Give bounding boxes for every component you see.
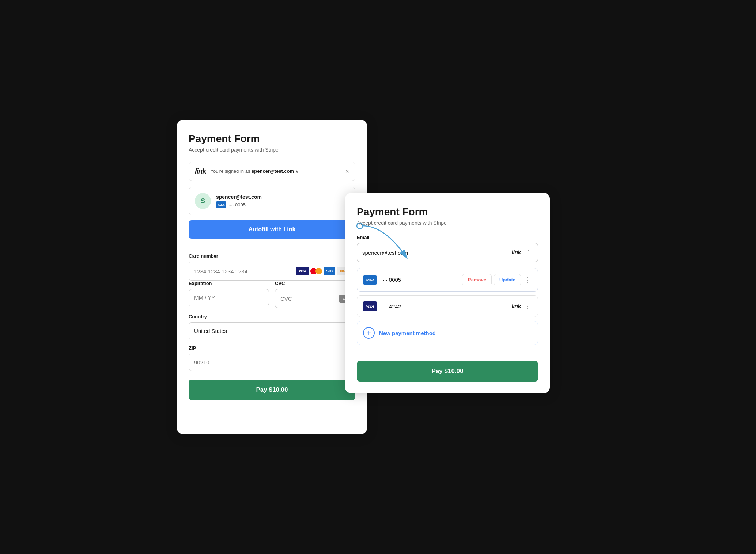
exp-cvc-row: Expiration CVC 135 — [189, 281, 355, 308]
account-row: S spencer@test.com AMEX ···· 0005 — [189, 187, 355, 215]
visa-link-logo: link — [511, 303, 521, 310]
amex-more-button[interactable]: ⋮ — [523, 276, 532, 284]
payment-method-amex: AMEX ···· 0005 Remove Update ⋮ — [357, 268, 538, 292]
right-card-subtitle: Accept credit card payments with Stripe — [357, 220, 538, 226]
pay-button-right[interactable]: Pay $10.00 — [357, 361, 538, 382]
cvc-input-wrap: 135 — [275, 289, 355, 308]
amex-pm-icon: AMEX — [363, 275, 377, 285]
amex-card-icon: AMEX — [324, 267, 335, 275]
right-card-title: Payment Form — [357, 206, 538, 218]
expiration-input-wrap — [189, 289, 269, 306]
avatar: S — [195, 193, 211, 209]
email-label: Email — [357, 235, 538, 240]
account-info: spencer@test.com AMEX ···· 0005 — [216, 194, 262, 208]
country-select-wrap: United States ∨ — [189, 322, 355, 339]
link-banner: link You're signed in as spencer@test.co… — [189, 162, 355, 181]
email-right: link ⋮ — [511, 248, 533, 257]
new-payment-method-row[interactable]: + New payment method — [357, 321, 538, 345]
amex-card-num: ···· 0005 — [381, 277, 458, 283]
payment-form-left: Payment Form Accept credit card payments… — [177, 120, 367, 434]
link-logo-small: link — [511, 249, 521, 256]
account-card-row: AMEX ···· 0005 — [216, 201, 262, 208]
link-close-button[interactable]: × — [345, 168, 349, 175]
visa-actions: link ⋮ — [511, 302, 532, 310]
payment-form-right: Payment Form Accept credit card payments… — [345, 193, 550, 393]
cvc-label: CVC — [275, 281, 355, 286]
expiration-field: Expiration — [189, 281, 269, 308]
card-number-label: Card number — [189, 253, 355, 259]
left-card-title: Payment Form — [189, 133, 355, 145]
mc-right — [315, 268, 322, 274]
country-select[interactable]: United States — [194, 328, 346, 334]
payment-method-visa: VISA ···· 4242 link ⋮ — [357, 295, 538, 317]
plus-icon: + — [363, 327, 375, 339]
zip-input[interactable] — [194, 359, 350, 365]
card-number-input[interactable] — [194, 268, 296, 274]
left-card-subtitle: Accept credit card payments with Stripe — [189, 147, 355, 153]
expiration-label: Expiration — [189, 281, 269, 286]
mastercard-icon — [310, 267, 322, 275]
visa-icon: VISA — [296, 267, 309, 275]
visa-more-button[interactable]: ⋮ — [523, 302, 532, 310]
remove-button[interactable]: Remove — [462, 274, 492, 285]
email-more-button[interactable]: ⋮ — [524, 248, 533, 257]
update-button[interactable]: Update — [494, 274, 521, 285]
pay-button-left[interactable]: Pay $10.00 — [189, 380, 355, 400]
visa-pm-icon: VISA — [363, 301, 377, 311]
cvc-input[interactable] — [280, 296, 339, 302]
card-dots: ···· 0005 — [228, 202, 246, 208]
amex-actions: Remove Update ⋮ — [462, 274, 532, 285]
visa-card-num: ···· 4242 — [381, 303, 507, 310]
card-icons: VISA AMEX DISC — [296, 267, 350, 275]
card-number-input-wrap: VISA AMEX DISC — [189, 262, 355, 281]
account-email: spencer@test.com — [216, 194, 262, 200]
link-logo: link — [195, 167, 206, 175]
country-label: Country — [189, 314, 355, 319]
new-payment-method-label: New payment method — [379, 330, 436, 336]
zip-input-wrap — [189, 354, 355, 371]
autofill-button[interactable]: Autofill with Link — [189, 220, 355, 239]
zip-label: ZIP — [189, 345, 355, 351]
email-field-wrap: spencer@test.com link ⋮ — [357, 243, 538, 262]
email-value: spencer@test.com — [362, 250, 408, 256]
amex-icon: AMEX — [216, 201, 226, 208]
link-signin-text: You're signed in as spencer@test.com ∨ — [210, 168, 299, 174]
link-banner-left: link You're signed in as spencer@test.co… — [195, 167, 299, 175]
cvc-field: CVC 135 — [275, 281, 355, 308]
expiration-input[interactable] — [194, 295, 264, 301]
